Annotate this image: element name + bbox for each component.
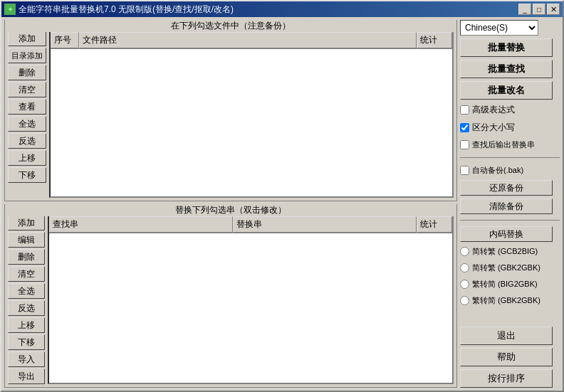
file-col-path: 文件路径: [79, 32, 417, 48]
restore-backup-button[interactable]: 还原备份: [460, 180, 553, 196]
file-clear-button[interactable]: 清空: [8, 82, 46, 97]
radio-row-2: 繁转简 (BIG2GBK): [460, 279, 560, 290]
batch-rename-button[interactable]: 批量改名: [460, 81, 553, 100]
file-move-up-button[interactable]: 上移: [8, 150, 46, 166]
divider-1: [460, 157, 560, 158]
file-dir-add-button[interactable]: 目录添加: [8, 48, 46, 63]
replace-clear-button[interactable]: 清空: [8, 266, 45, 282]
right-panel: Chinese(S) Chinese(T) English 批量替换 批量查找 …: [460, 20, 560, 388]
case-sensitive-checkbox[interactable]: [460, 123, 469, 132]
radio-label-0[interactable]: 简转繁 (GCB2BIG): [472, 246, 538, 257]
left-panel: 在下列勾选文件中（注意备份） 添加 目录添加 删除 清空 查看 全选 反选 上移…: [4, 20, 457, 388]
replace-group-label: 替换下列勾选串（双击修改）: [5, 204, 456, 216]
file-select-all-button[interactable]: 全选: [8, 116, 46, 132]
replace-table: 查找串 替换串 统计: [48, 215, 454, 384]
file-table: 序号 文件路径 统计: [49, 31, 454, 198]
file-add-button[interactable]: 添加: [8, 31, 46, 46]
internal-code-replace-button[interactable]: 内码替换: [460, 226, 553, 242]
replace-delete-button[interactable]: 删除: [8, 249, 45, 265]
batch-replace-button[interactable]: 批量替换: [460, 38, 553, 57]
replace-import-button[interactable]: 导入: [8, 351, 45, 367]
file-delete-button[interactable]: 删除: [8, 65, 46, 80]
title-bar-left: ✦ 全能字符串批量替换机7.0 无限制版(替换/查找/抠取/改名): [4, 4, 234, 16]
radio-label-2[interactable]: 繁转简 (BIG2GBK): [472, 279, 538, 290]
radio-row-3: 繁转简 (GBK2GBK): [460, 295, 560, 306]
radio-jianjian-big[interactable]: [460, 247, 469, 256]
file-table-header: 序号 文件路径 统计: [51, 32, 452, 49]
advanced-expr-checkbox[interactable]: [460, 105, 469, 115]
case-sensitive-row: 区分大小写: [460, 122, 560, 134]
file-group-inner: 添加 目录添加 删除 清空 查看 全选 反选 上移 下移 序号 文件路径: [8, 31, 454, 198]
radio-fanjian-gbk[interactable]: [460, 296, 469, 305]
advanced-expr-label[interactable]: 高级表达式: [472, 104, 515, 116]
app-icon: ✦: [4, 4, 16, 15]
divider-2: [460, 220, 560, 221]
file-group-box: 在下列勾选文件中（注意备份） 添加 目录添加 删除 清空 查看 全选 反选 上移…: [4, 20, 457, 201]
batch-search-button[interactable]: 批量查找: [460, 60, 553, 78]
replace-move-down-button[interactable]: 下移: [8, 334, 45, 350]
file-table-body[interactable]: [51, 49, 452, 196]
replace-col-replace: 替换串: [233, 216, 417, 233]
file-col-stat: 统计: [417, 32, 452, 48]
file-col-seq: 序号: [51, 32, 79, 48]
replace-group-inner: 添加 编辑 删除 清空 全选 反选 上移 下移 导入 导出 查找串: [8, 215, 454, 384]
file-view-button[interactable]: 查看: [8, 99, 46, 115]
clear-backup-button[interactable]: 清除备份: [460, 198, 553, 214]
replace-side-buttons: 添加 编辑 删除 清空 全选 反选 上移 下移 导入 导出: [8, 215, 45, 384]
title-controls: _ □ ✕: [518, 4, 560, 15]
replace-edit-button[interactable]: 编辑: [8, 232, 45, 248]
minimize-button[interactable]: _: [518, 4, 531, 15]
window-title: 全能字符串批量替换机7.0 无限制版(替换/查找/抠取/改名): [19, 4, 234, 16]
auto-backup-label[interactable]: 自动备份(.bak): [472, 165, 523, 176]
auto-backup-row: 自动备份(.bak): [460, 165, 560, 176]
help-button[interactable]: 帮助: [460, 348, 553, 366]
radio-row-0: 简转繁 (GCB2BIG): [460, 246, 560, 257]
title-bar: ✦ 全能字符串批量替换机7.0 无限制版(替换/查找/抠取/改名) _ □ ✕: [1, 1, 563, 17]
search-output-checkbox[interactable]: [460, 140, 469, 149]
advanced-expr-row: 高级表达式: [460, 104, 560, 116]
replace-export-button[interactable]: 导出: [8, 369, 45, 384]
radio-fanjian-big[interactable]: [460, 280, 469, 289]
search-output-label[interactable]: 查找后输出替换串: [472, 139, 535, 150]
replace-add-button[interactable]: 添加: [8, 215, 45, 231]
radio-row-1: 简转繁 (GBK2GBK): [460, 263, 560, 273]
replace-invert-select-button[interactable]: 反选: [8, 300, 45, 316]
maximize-button[interactable]: □: [533, 4, 545, 15]
auto-backup-checkbox[interactable]: [460, 166, 469, 175]
replace-group-box: 替换下列勾选串（双击修改） 添加 编辑 删除 清空 全选 反选 上移 下移 导入…: [4, 204, 457, 388]
close-button[interactable]: ✕: [547, 4, 560, 15]
replace-col-search: 查找串: [49, 216, 233, 233]
replace-move-up-button[interactable]: 上移: [8, 317, 45, 333]
file-invert-select-button[interactable]: 反选: [8, 133, 46, 149]
main-window: ✦ 全能字符串批量替换机7.0 无限制版(替换/查找/抠取/改名) _ □ ✕ …: [0, 0, 564, 392]
replace-table-body[interactable]: [49, 233, 452, 383]
file-side-buttons: 添加 目录添加 删除 清空 查看 全选 反选 上移 下移: [8, 31, 46, 198]
replace-col-stat: 统计: [417, 216, 452, 233]
radio-label-3[interactable]: 繁转简 (GBK2GBK): [472, 295, 540, 306]
exit-button[interactable]: 退出: [460, 327, 553, 345]
radio-label-1[interactable]: 简转繁 (GBK2GBK): [472, 263, 540, 273]
replace-table-header: 查找串 替换串 统计: [49, 216, 452, 233]
file-group-label: 在下列勾选文件中（注意备份）: [5, 20, 456, 32]
language-dropdown[interactable]: Chinese(S) Chinese(T) English: [460, 20, 538, 36]
search-output-row: 查找后输出替换串: [460, 139, 560, 150]
spacer: [460, 310, 560, 324]
case-sensitive-label[interactable]: 区分大小写: [472, 122, 515, 134]
sort-by-row-button[interactable]: 按行排序: [460, 369, 553, 388]
replace-select-all-button[interactable]: 全选: [8, 283, 45, 299]
radio-jianjian-gbk[interactable]: [460, 263, 469, 272]
file-move-down-button[interactable]: 下移: [8, 167, 46, 183]
language-container: Chinese(S) Chinese(T) English: [460, 20, 560, 36]
main-content: 在下列勾选文件中（注意备份） 添加 目录添加 删除 清空 查看 全选 反选 上移…: [1, 17, 563, 391]
